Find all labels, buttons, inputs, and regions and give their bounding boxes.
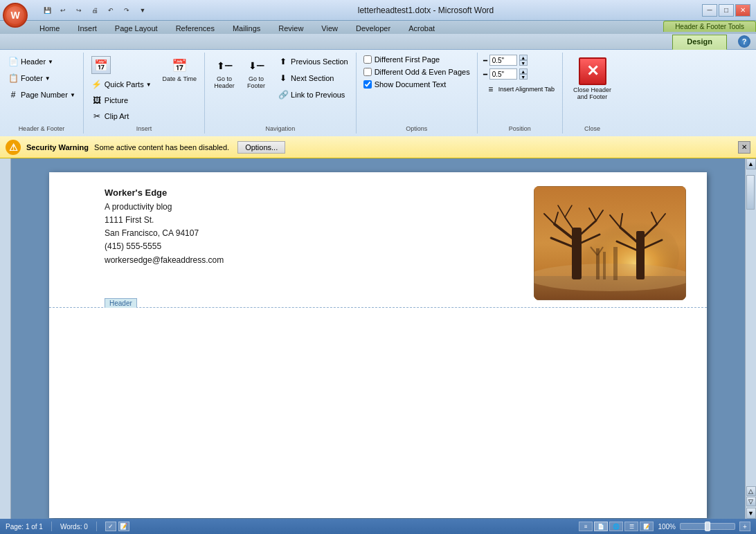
diff-first-page-checkbox[interactable] [363, 55, 372, 64]
tab-mailings[interactable]: Mailings [224, 21, 269, 35]
minimize-button[interactable]: ─ [702, 4, 717, 17]
close-window-button[interactable]: ✕ [735, 4, 750, 17]
link-prev-icon: 🔗 [278, 89, 289, 100]
tab-insert[interactable]: Insert [69, 21, 106, 35]
footer-position-field[interactable] [489, 68, 517, 80]
tab-review[interactable]: Review [269, 21, 312, 35]
header-pos-up[interactable]: ▲ [519, 55, 528, 60]
company-name: Worker's Edge [105, 186, 224, 201]
header-button[interactable]: 📄 Header ▼ [4, 54, 79, 69]
ribbon-body: 📄 Header ▼ 📋 Footer ▼ # Page Number [0, 50, 756, 136]
view-normal-button[interactable]: ≡ [579, 522, 593, 531]
show-doc-text-checkbox[interactable] [363, 80, 372, 89]
zoom-in-button[interactable]: + [739, 522, 750, 531]
header-position-field[interactable] [489, 55, 517, 66]
close-header-footer-button[interactable]: ✕ Close Headerand Footer [567, 54, 618, 104]
quick-parts-button[interactable]: ⚡ Quick Parts ▼ [88, 77, 155, 92]
svg-point-3 [534, 264, 686, 291]
link-to-previous-button[interactable]: 🔗 Link to Previous [274, 87, 352, 102]
diff-first-page-check[interactable]: Different First Page [361, 54, 473, 65]
header-position-input: ━ ▲ ▼ [482, 54, 558, 66]
zoom-slider[interactable] [680, 523, 735, 530]
word-count: Words: 0 [60, 523, 88, 531]
footer-pos-down[interactable]: ▼ [519, 74, 528, 80]
tab-home[interactable]: Home [30, 21, 69, 35]
left-ruler [0, 158, 11, 519]
previous-section-button[interactable]: ⬆ Previous Section [274, 54, 352, 69]
track-changes-icon[interactable]: 📝 [118, 522, 129, 531]
scroll-thumb[interactable] [746, 175, 755, 210]
clip-art-button[interactable]: ✂ Clip Art [88, 109, 155, 124]
group-close-label: Close [567, 124, 618, 132]
more-button[interactable]: ▼ [136, 4, 150, 17]
tab-design[interactable]: Design [672, 35, 727, 50]
insert-alignment-tab-button[interactable]: ≡ Insert Alignment Tab [482, 82, 558, 97]
date-time-button[interactable]: 📅 [88, 54, 155, 76]
company-email: workersedge@fakeaddress.com [105, 254, 224, 267]
maximize-button[interactable]: □ [719, 4, 734, 17]
goto-footer-icon: ⬇━━ [246, 56, 266, 75]
show-doc-text-check[interactable]: Show Document Text [361, 79, 473, 90]
goto-footer-button[interactable]: ⬇━━ Go toFooter [241, 54, 271, 91]
print-button[interactable]: 🖨 [88, 4, 102, 17]
group-position-label: Position [482, 124, 558, 132]
spell-check-icon[interactable]: ✓ [105, 522, 116, 531]
group-hf-label: Header & Footer [4, 124, 79, 132]
picture-icon: 🖼 [91, 95, 102, 106]
tab-acrobat[interactable]: Acrobat [399, 21, 444, 35]
security-bar: ⚠ Security Warning Some active content h… [0, 136, 756, 158]
footer-pos-up[interactable]: ▲ [519, 68, 528, 74]
tree-illustration [534, 186, 686, 300]
title-bar: W 💾 ↩ ↪ 🖨 ↶ ↷ ▼ letterheadtest1.dotx - M… [0, 0, 756, 21]
diff-odd-even-check[interactable]: Different Odd & Even Pages [361, 66, 473, 77]
office-button[interactable]: W [3, 3, 28, 28]
scroll-up-button[interactable]: ▲ [746, 158, 756, 169]
undo-button[interactable]: ↩ [56, 4, 70, 17]
group-close: ✕ Close Headerand Footer Close [563, 53, 622, 134]
date-time-big-button[interactable]: 📅 Date & Time [159, 54, 201, 84]
svg-rect-26 [603, 252, 606, 279]
picture-button[interactable]: 🖼 Picture [88, 93, 155, 108]
zoom-thumb[interactable] [705, 522, 710, 531]
group-insert-label: Insert [88, 124, 200, 132]
view-draft-button[interactable]: 📝 [640, 522, 654, 531]
scroll-down-button[interactable]: ▼ [746, 508, 756, 519]
tab-developer[interactable]: Developer [347, 21, 399, 35]
view-web-button[interactable]: 🌐 [609, 522, 623, 531]
main-content: Worker's Edge A productivity blog 1111 F… [0, 158, 756, 519]
footer-button[interactable]: 📋 Footer ▼ [4, 71, 79, 86]
document-page: Worker's Edge A productivity blog 1111 F… [49, 172, 707, 518]
redo-button[interactable]: ↪ [72, 4, 86, 17]
header-icon: 📄 [8, 56, 19, 67]
save-button[interactable]: 💾 [40, 4, 54, 17]
view-print-button[interactable]: 📄 [594, 522, 608, 531]
undo2-button[interactable]: ↶ [104, 4, 118, 17]
group-header-footer: 📄 Header ▼ 📋 Footer ▼ # Page Number [0, 53, 84, 134]
header-pos-down[interactable]: ▼ [519, 60, 528, 66]
company-phone: (415) 555-5555 [105, 240, 224, 253]
vertical-scrollbar[interactable]: ▲ △ ▽ ▼ [745, 158, 756, 519]
tab-references[interactable]: References [167, 21, 224, 35]
goto-header-button[interactable]: ⬆━━ Go toHeader [209, 54, 240, 91]
tab-page-layout[interactable]: Page Layout [106, 21, 167, 35]
redo2-button[interactable]: ↷ [120, 4, 134, 17]
header-label: Header [105, 298, 137, 308]
view-outline-button[interactable]: ☰ [624, 522, 638, 531]
document-area[interactable]: Worker's Edge A productivity blog 1111 F… [11, 158, 745, 519]
security-options-button[interactable]: Options... [237, 141, 285, 154]
page-body[interactable] [49, 308, 707, 515]
tab-view[interactable]: View [312, 21, 347, 35]
expand-down-button[interactable]: ▽ [746, 497, 756, 506]
svg-rect-27 [613, 247, 618, 280]
window-title: letterheadtest1.dotx - Microsoft Word [150, 6, 702, 15]
zoom-level: 100% [658, 523, 676, 531]
next-section-button[interactable]: ⬇ Next Section [274, 71, 352, 86]
expand-up-button[interactable]: △ [746, 486, 756, 496]
page-header-section: Worker's Edge A productivity blog 1111 F… [49, 172, 707, 308]
diff-odd-even-checkbox[interactable] [363, 68, 372, 76]
security-close-button[interactable]: ✕ [738, 141, 750, 154]
group-position: ━ ▲ ▼ ━ ▲ ▼ [478, 53, 563, 134]
footer-icon: 📋 [8, 73, 19, 84]
page-number-button[interactable]: # Page Number ▼ [4, 87, 79, 102]
help-button[interactable]: ? [738, 35, 750, 48]
